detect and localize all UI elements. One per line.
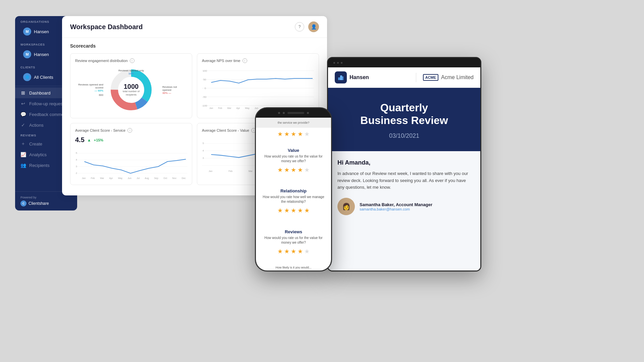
- qbr-date: 03/10/2021: [338, 132, 470, 139]
- sig-avatar: 👩: [337, 198, 355, 215]
- header-actions: ? 👤: [295, 21, 319, 32]
- donut-legend-left: Reviews opened and scored — 60% 600: [76, 83, 103, 97]
- phone-category-relationship: Relationship: [261, 188, 326, 193]
- tablet-email-section: Hi Amanda, In advance of our Review next…: [328, 151, 480, 270]
- phone-question-relationship: How would you rate how well we manage th…: [261, 195, 326, 204]
- info-icon[interactable]: i: [130, 58, 135, 63]
- create-icon: ＋: [20, 141, 26, 146]
- clientshare-icon: C: [20, 200, 26, 206]
- star-empty: ★: [304, 130, 310, 138]
- help-icon[interactable]: ?: [295, 22, 304, 32]
- sidebar-item-label: Create: [29, 141, 42, 146]
- star-filled: ★: [298, 207, 303, 214]
- phone-content: the service we provide? ★ ★ ★ ★ ★ Value …: [256, 118, 331, 270]
- svg-text:-50: -50: [203, 96, 207, 99]
- up-arrow-icon: ▲: [87, 138, 91, 142]
- star-filled: ★: [277, 166, 283, 174]
- x-label: Jan: [209, 170, 212, 172]
- x-label: Sep: [154, 177, 158, 179]
- svg-text:4: 4: [76, 159, 77, 161]
- x-label: Jun: [128, 177, 131, 179]
- phone-dot: [278, 112, 280, 114]
- scorecard-title-nps: Average NPS over time: [202, 59, 240, 63]
- phone-question-reviews: How would you rate us for the value for …: [261, 236, 326, 245]
- scorecards-title: Scorecards: [70, 43, 319, 49]
- tablet-dot: [333, 62, 335, 64]
- sidebar-item-label: Follow-up requests: [29, 101, 66, 106]
- org-avatar: M: [23, 27, 31, 36]
- sidebar-item-label: Analytics: [29, 152, 47, 157]
- phone-stars-service: ★ ★ ★ ★ ★: [260, 130, 327, 138]
- sidebar-item-label: Recipients: [29, 163, 50, 168]
- phone-service-label: the service we provide?: [278, 121, 310, 124]
- star-filled: ★: [291, 130, 296, 138]
- tablet-blue-section: Quarterly Business Review 03/10/2021: [328, 88, 480, 151]
- recipients-icon: 👥: [20, 163, 26, 168]
- svg-text:0: 0: [205, 87, 206, 90]
- phone-pill: [287, 112, 304, 114]
- workspace-avatar: M: [23, 50, 31, 58]
- info-icon-nps[interactable]: i: [243, 58, 247, 63]
- scorecard-title-value: Average Client Score - Value: [202, 128, 249, 132]
- phone-relationship-section: Relationship How would you rate how well…: [256, 183, 331, 224]
- phone-question-value: How would you rate us for the value for …: [261, 154, 326, 164]
- phone-value-section: Value How would you rate us for the valu…: [256, 142, 331, 183]
- client-logo-area: ACME Acme Limited: [423, 74, 474, 81]
- company-divider: [416, 73, 416, 82]
- x-label: Feb: [228, 170, 232, 172]
- star-filled: ★: [284, 248, 289, 255]
- x-axis-labels: Jan Feb Mar Apr May Jun Jul Aug Sep Oct …: [82, 177, 186, 179]
- info-icon-service[interactable]: i: [127, 128, 132, 133]
- phone-top-bar: the service we provide?: [256, 118, 331, 128]
- sidebar-item-label: Actions: [29, 123, 44, 128]
- x-label: Feb: [218, 107, 222, 109]
- client-name: Acme Limited: [441, 74, 474, 80]
- tablet-top-bar: [328, 58, 480, 67]
- svg-text:-100: -100: [202, 104, 207, 107]
- phone-stars-reviews: ★ ★ ★ ★ ★: [261, 248, 326, 255]
- star-filled: ★: [291, 166, 296, 174]
- svg-text:2: 2: [76, 172, 77, 174]
- email-greeting: Hi Amanda,: [337, 159, 471, 166]
- tablet-company-bar: Hansen ACME Acme Limited: [328, 67, 480, 88]
- star-filled: ★: [298, 248, 303, 255]
- x-label: May: [118, 177, 122, 179]
- phone-service-section: ★ ★ ★ ★ ★: [256, 128, 331, 142]
- x-label: Feb: [91, 177, 95, 179]
- star-filled: ★: [298, 130, 303, 138]
- phone-reviews-section: Reviews How would you rate us for the va…: [256, 224, 331, 265]
- client-name: All Clients: [34, 75, 65, 80]
- analytics-icon: 📈: [20, 152, 26, 157]
- tablet-dot: [337, 62, 339, 64]
- scorecard-title-service: Average Client Score - Service: [75, 128, 125, 132]
- svg-rect-30: [340, 75, 342, 80]
- x-label: Mar: [249, 170, 253, 172]
- svg-text:100: 100: [203, 69, 207, 72]
- star-filled: ★: [284, 207, 289, 214]
- clientshare-name: Clientshare: [29, 201, 49, 206]
- scorecard-engagement: Review engagement distribution i: [70, 53, 192, 118]
- star-filled: ★: [291, 207, 296, 214]
- tablet-dot: [341, 62, 342, 64]
- svg-rect-29: [338, 77, 340, 80]
- workspace-name: Hansen: [34, 52, 65, 57]
- x-label: Jan: [209, 107, 213, 109]
- scorecard-header: Review engagement distribution i: [75, 58, 187, 63]
- x-label: May: [245, 107, 249, 109]
- star-filled: ★: [291, 248, 296, 255]
- value-row: 4.5 ▲ +15%: [75, 136, 187, 144]
- donut-legend-right: Reviews not opened 30% —: [162, 85, 186, 95]
- powered-by-label: Powered by: [20, 196, 72, 199]
- avatar[interactable]: 👤: [308, 21, 319, 32]
- service-chart: 5 4 3 2 Jan Feb Mar Apr May Jun Jul: [75, 146, 187, 180]
- company-logo-icon: [335, 71, 347, 83]
- svg-text:5: 5: [76, 152, 77, 154]
- x-label: Jan: [82, 177, 86, 179]
- service-change: +15%: [94, 138, 103, 142]
- star-filled: ★: [277, 207, 283, 214]
- x-label: Oct: [163, 177, 167, 179]
- svg-text:5: 5: [203, 142, 204, 145]
- phone-mockup: the service we provide? ★ ★ ★ ★ ★ Value …: [255, 107, 332, 272]
- phone-stars-value: ★ ★ ★ ★ ★: [261, 166, 326, 174]
- sig-details: Samantha Baker, Account Manager samantha…: [360, 202, 432, 211]
